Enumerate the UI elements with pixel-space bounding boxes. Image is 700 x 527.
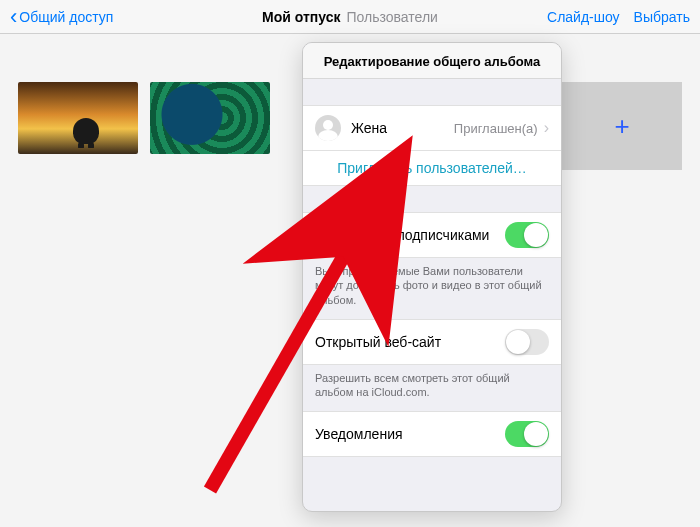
subscriber-posting-note: Вы и приглашаемые Вами пользователи могу… [303,258,561,319]
public-website-switch[interactable] [505,329,549,355]
invite-label: Пригласить пользователей… [337,160,527,176]
notifications-row: Уведомления [303,411,561,457]
top-navbar: ‹ Общий доступ Мой отпуск Пользователи С… [0,0,700,34]
member-status: Приглашен(а) [454,121,538,136]
back-label: Общий доступ [19,9,113,25]
public-website-row: Открытый веб-сайт [303,319,561,365]
member-name: Жена [351,120,387,136]
popover-title: Редактирование общего альбома [303,43,561,79]
avatar-icon [315,115,341,141]
public-website-note: Разрешить всем смотреть этот общий альбо… [303,365,561,412]
photo-thumbnail[interactable] [18,82,138,154]
subscriber-posting-label: Публикация подписчиками [315,227,489,243]
notifications-switch[interactable] [505,421,549,447]
chevron-right-icon: › [544,119,549,137]
plus-icon: + [614,111,629,142]
photo-thumbnail[interactable] [150,82,270,154]
invite-users-button[interactable]: Пригласить пользователей… [303,151,561,186]
edit-shared-album-popover: Редактирование общего альбома Жена Пригл… [302,42,562,512]
add-photo-tile[interactable]: + [562,82,682,170]
back-button[interactable]: ‹ Общий доступ [10,6,113,28]
subscriber-posting-switch[interactable] [505,222,549,248]
slideshow-button[interactable]: Слайд-шоу [547,9,620,25]
subscriber-posting-row: Публикация подписчиками [303,212,561,258]
public-website-label: Открытый веб-сайт [315,334,441,350]
nav-subtitle: Пользователи [347,9,438,25]
notifications-label: Уведомления [315,426,403,442]
member-row[interactable]: Жена Приглашен(а) › [303,105,561,151]
nav-title-group: Мой отпуск Пользователи [262,9,438,25]
chevron-left-icon: ‹ [10,6,17,28]
select-button[interactable]: Выбрать [634,9,690,25]
album-title: Мой отпуск [262,9,340,25]
